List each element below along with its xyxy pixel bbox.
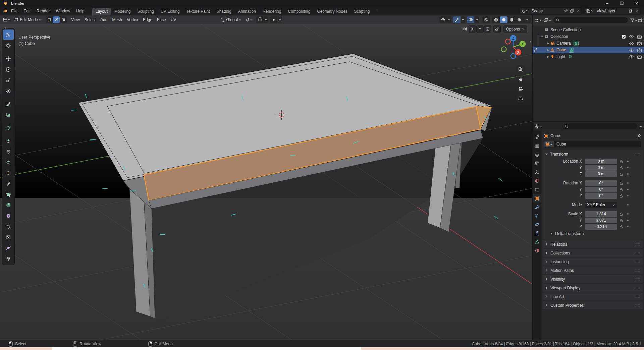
eye-toggle-icon[interactable] — [629, 55, 634, 59]
field-z[interactable]: 0 m — [585, 171, 617, 177]
outliner-item-light[interactable]: ▶Light? — [533, 53, 644, 60]
properties-editor-selector[interactable] — [534, 124, 542, 129]
shading-material[interactable] — [507, 16, 515, 23]
lock-icon[interactable] — [617, 166, 625, 170]
field-y[interactable]: 0 m — [585, 165, 617, 171]
workspace-tab-uv-editing[interactable]: UV Editing — [157, 8, 183, 15]
panel-instancing[interactable]: Instancing :::: — [542, 258, 643, 266]
object-name-input[interactable]: Cube — [554, 141, 641, 148]
tool-bevel[interactable] — [3, 157, 14, 167]
animate-dot[interactable] — [625, 173, 631, 175]
tool-rip-region[interactable] — [3, 253, 14, 264]
chevron-down-icon[interactable] — [639, 125, 642, 128]
navigation-gizmo[interactable]: Z Y X — [499, 33, 527, 61]
snap-toggle[interactable] — [256, 16, 264, 23]
viewlayer-selector[interactable]: ViewLayer ✕ — [585, 7, 641, 14]
mirror-y-button[interactable]: Y — [476, 25, 484, 33]
outliner-editor-selector[interactable] — [534, 18, 542, 23]
eye-toggle-icon[interactable] — [629, 48, 634, 52]
minimize-button[interactable]: – — [600, 0, 614, 7]
animate-dot[interactable] — [625, 204, 631, 206]
workspace-tab-texture-paint[interactable]: Texture Paint — [183, 8, 213, 15]
menu-edit[interactable]: Edit — [20, 7, 34, 15]
new-collection-button[interactable] — [638, 18, 643, 23]
lock-icon[interactable] — [617, 194, 625, 198]
shading-rendered[interactable] — [515, 16, 523, 23]
properties-tab-world[interactable] — [533, 176, 541, 185]
photocam-toggle-icon[interactable] — [637, 35, 642, 39]
id-type-selector[interactable] — [544, 141, 554, 148]
mode-selector[interactable]: Edit Mode — [13, 16, 43, 23]
animate-dot[interactable] — [625, 220, 631, 221]
transform-panel-header[interactable]: Transform :::: — [542, 150, 643, 158]
panel-grip-icon[interactable]: :::: — [635, 260, 640, 264]
disclosure-triangle[interactable]: ▶ — [546, 55, 550, 58]
properties-tab-constraints[interactable] — [533, 229, 541, 237]
lock-icon[interactable] — [617, 181, 625, 185]
lock-icon[interactable] — [617, 172, 625, 176]
panel-visibility[interactable]: Visibility :::: — [542, 275, 643, 283]
perspective-toggle-button[interactable] — [516, 94, 525, 103]
tool-extrude-region[interactable] — [3, 135, 14, 146]
lock-icon[interactable] — [617, 187, 625, 192]
lock-icon[interactable] — [617, 212, 625, 216]
select-mode-edge[interactable] — [53, 16, 60, 23]
tool-measure[interactable] — [3, 109, 14, 120]
menu-file[interactable]: File — [8, 7, 20, 15]
overlays-dropdown[interactable] — [475, 16, 479, 23]
tool-spin[interactable] — [3, 200, 14, 210]
transform-orientation-selector[interactable]: Global — [219, 16, 243, 23]
viewport-menu-add[interactable]: Add — [98, 17, 110, 22]
field-location-x[interactable]: 0 m — [585, 159, 617, 164]
animate-dot[interactable] — [625, 189, 631, 190]
photocam-toggle-icon[interactable] — [637, 55, 642, 59]
add-workspace-button[interactable]: + — [373, 8, 381, 15]
outliner-search-input[interactable] — [553, 17, 628, 23]
scene-icon[interactable] — [520, 8, 530, 14]
properties-tab-collection[interactable] — [533, 185, 541, 194]
properties-tab-physics[interactable] — [533, 220, 541, 229]
outliner-display-mode[interactable] — [543, 18, 551, 23]
pin-icon[interactable] — [637, 134, 641, 138]
scene-3d-table[interactable] — [0, 24, 532, 340]
panel-grip-icon[interactable]: :::: — [635, 269, 640, 272]
new-scene-icon[interactable] — [569, 8, 575, 14]
workspace-tab-scripting[interactable]: Scripting — [351, 8, 373, 15]
panel-custom-properties[interactable]: Custom Properties :::: — [542, 301, 643, 309]
properties-tab-modifiers[interactable] — [533, 202, 541, 211]
lock-icon[interactable] — [617, 218, 625, 223]
lock-icon[interactable] — [617, 159, 625, 164]
workspace-tab-geometry-nodes[interactable]: Geometry Nodes — [314, 8, 351, 15]
menu-help[interactable]: Help — [73, 7, 88, 15]
shading-solid[interactable] — [500, 16, 507, 23]
object-types-dropdown[interactable] — [447, 16, 451, 23]
panel-collections[interactable]: Collections :::: — [542, 249, 643, 257]
outliner-item-collection[interactable]: ▼Collection — [533, 33, 644, 40]
panel-grip-icon[interactable]: :::: — [635, 242, 640, 246]
tool-inset-faces[interactable] — [3, 146, 14, 157]
xray-toggle[interactable] — [482, 16, 490, 23]
properties-tab-object-data[interactable] — [533, 237, 541, 246]
show-object-types-toggle[interactable] — [439, 16, 447, 23]
field-y[interactable]: 0° — [585, 187, 617, 192]
panel-grip-icon[interactable]: :::: — [635, 251, 640, 255]
mirror-x-button[interactable]: X — [469, 25, 476, 33]
shading-wireframe[interactable] — [492, 16, 500, 23]
properties-tab-object[interactable] — [533, 194, 541, 202]
panel-grip-icon[interactable]: :::: — [635, 295, 640, 298]
properties-tab-output[interactable] — [533, 150, 541, 159]
panel-relations[interactable]: Relations :::: — [542, 240, 643, 248]
menu-window[interactable]: Window — [53, 7, 73, 15]
tool-move[interactable] — [3, 53, 14, 64]
workspace-tab-compositing[interactable]: Compositing — [284, 8, 314, 15]
workspace-tab-sculpting[interactable]: Sculpting — [134, 8, 157, 15]
tool-loop-cut[interactable] — [3, 168, 14, 178]
field-z[interactable]: 0° — [585, 193, 617, 199]
pin-icon[interactable] — [562, 8, 569, 14]
maximize-button[interactable]: ❐ — [614, 0, 629, 7]
field-mode[interactable]: XYZ Euler — [585, 202, 617, 208]
show-overlays-toggle[interactable] — [467, 16, 474, 23]
panel-grip-icon[interactable]: :::: — [635, 286, 640, 290]
close-button[interactable]: ✕ — [629, 0, 644, 7]
workspace-tab-rendering[interactable]: Rendering — [259, 8, 284, 15]
